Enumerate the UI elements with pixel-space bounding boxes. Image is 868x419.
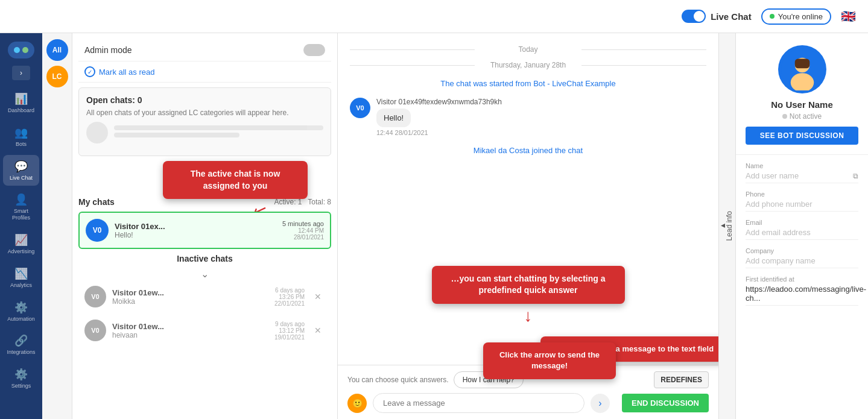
close-inactive-chat-2[interactable]: ✕ <box>311 324 325 336</box>
online-dot-icon <box>770 14 775 19</box>
active-chat-date: 28/01/2021 <box>282 234 324 241</box>
name-field-label: Name <box>746 162 858 169</box>
inactive-expand-button[interactable]: ⌄ <box>78 268 331 280</box>
email-field-value[interactable]: Add email address <box>746 228 858 240</box>
admin-mode-bar: Admin mode <box>78 39 331 61</box>
sidebar: All LC Admin mode ✓ Mark all as read Ope… <box>42 33 338 419</box>
message-input[interactable] <box>373 393 584 413</box>
end-discussion-button[interactable]: END DISCUSSION <box>622 394 709 412</box>
language-flag[interactable]: 🇬🇧 <box>841 9 856 24</box>
advertising-label: Advertising <box>8 248 35 255</box>
active-chat-info: Visitor 01ex... Hello! <box>115 222 276 239</box>
dashboard-icon: 📊 <box>14 92 28 106</box>
hello-message-bubble: Hello! <box>376 109 411 127</box>
advertising-icon: 📈 <box>14 233 28 247</box>
user-profile-section: No User Name Not active SEE BOT DISCUSSI… <box>736 33 868 155</box>
see-bot-discussion-button[interactable]: SEE BOT DISCUSSION <box>746 127 858 145</box>
inactive-chat-item-2[interactable]: V0 Visitor 01ew... heivaan 9 days ago 13… <box>78 313 331 347</box>
logo <box>6 39 36 60</box>
nav-toggle-button[interactable]: › <box>12 66 30 80</box>
close-inactive-chat-1[interactable]: ✕ <box>311 291 325 303</box>
company-field-value[interactable]: Add company name <box>746 256 858 268</box>
topbar-livechat-section: Live Chat <box>682 10 752 23</box>
admin-mode-toggle[interactable] <box>303 44 325 56</box>
livechat-label: Live Chat <box>10 175 33 181</box>
tab-all[interactable]: All <box>46 39 68 61</box>
active-count: Active: 1 <box>274 198 302 206</box>
mark-all-read-label: Mark all as read <box>99 68 154 77</box>
inactive-time-2: 13:12 PM <box>274 327 305 334</box>
livechat-toggle[interactable] <box>682 10 706 23</box>
placeholder-chat <box>86 117 323 148</box>
name-placeholder: Add user name <box>746 171 799 180</box>
phone-placeholder: Add phone number <box>746 200 813 209</box>
svg-point-5 <box>804 65 806 68</box>
profile-avatar <box>778 45 826 93</box>
sidebar-item-smart-profiles[interactable]: 👤 Smart Profiles <box>3 188 39 226</box>
mark-all-read-button[interactable]: ✓ Mark all as read <box>78 61 331 83</box>
inactive-chat-preview-1: Moikka <box>112 297 268 306</box>
chatting-tooltip-arrow: ↓ <box>432 306 625 326</box>
logo-dot1 <box>14 47 20 53</box>
inactive-time-ago-1: 6 days ago <box>274 287 305 294</box>
analytics-icon: 📉 <box>14 267 28 280</box>
inactive-avatar-1: V0 <box>84 286 106 307</box>
system-msg-bot-start: The chat was started from Bot - LiveChat… <box>350 77 706 90</box>
lead-info-tab-vertical[interactable]: ◂ Lead info <box>718 33 735 419</box>
profile-name: No User Name <box>771 99 833 110</box>
online-status-badge[interactable]: You're online <box>761 8 831 25</box>
sidebar-item-settings[interactable]: ⚙️ Settings <box>3 363 39 394</box>
open-chats-description: All open chats of your assigned LC categ… <box>86 109 323 117</box>
sidebar-item-livechat[interactable]: 💬 Live Chat <box>3 155 39 186</box>
tab-livechat[interactable]: LC <box>46 66 68 87</box>
name-field-value[interactable]: Add user name ⧉ <box>746 171 858 183</box>
inactive-time-ago-2: 9 days ago <box>274 321 305 327</box>
lead-info-section: Name Add user name ⧉ Phone Add phone num… <box>736 155 868 320</box>
right-panel-inner: No User Name Not active SEE BOT DISCUSSI… <box>736 33 868 419</box>
msg-time: 12:44 28/01/2021 <box>376 129 706 136</box>
sidebar-item-dashboard[interactable]: 📊 Dashboard <box>3 87 39 119</box>
identified-field-value: https://leadoo.com/messaging/live-ch... <box>746 285 858 306</box>
sidebar-item-automation[interactable]: ⚙️ Automation <box>3 296 39 327</box>
inactive-chat-item-1[interactable]: V0 Visitor 01ew... Moikka 6 days ago 13:… <box>78 280 331 313</box>
lead-field-phone: Phone Add phone number <box>746 191 858 212</box>
name-copy-icon[interactable]: ⧉ <box>853 172 858 180</box>
check-circle-icon: ✓ <box>84 66 95 77</box>
analytics-label: Analytics <box>10 282 32 289</box>
inactive-date-2: 19/01/2021 <box>274 334 305 341</box>
svg-rect-3 <box>794 59 809 69</box>
total-count: Total: 8 <box>308 198 331 206</box>
send-button[interactable]: › <box>591 394 610 413</box>
lead-info-tab-label: Lead info <box>725 211 733 241</box>
date-separator-full: Thursday, January 28th <box>350 61 706 69</box>
arrow-tooltip-text: Click the arrow to send the message! <box>499 350 600 370</box>
tab-all-label: All <box>52 46 62 54</box>
sidebar-item-integrations[interactable]: 🔗 Integrations <box>3 329 39 361</box>
email-field-label: Email <box>746 219 858 226</box>
visitor-name: Visitor 01ex49ftexdew9xnwmda73h9kh <box>376 98 706 106</box>
inactive-chat-info-1: Visitor 01ew... Moikka <box>112 288 268 306</box>
sidebar-item-bots[interactable]: 👥 Bots <box>3 121 39 153</box>
phone-field-value[interactable]: Add phone number <box>746 200 858 212</box>
placeholder-avatar <box>86 122 108 143</box>
identified-value: https://leadoo.com/messaging/live-ch... <box>746 285 866 303</box>
smart-profiles-label: Smart Profiles <box>5 208 37 221</box>
active-chat-preview: Hello! <box>115 231 276 239</box>
full-date-label: Thursday, January 28th <box>490 61 566 69</box>
active-chat-time-val: 12:44 PM <box>282 227 324 234</box>
lead-field-name: Name Add user name ⧉ <box>746 162 858 183</box>
lead-field-identified: First identified at https://leadoo.com/m… <box>746 276 858 306</box>
phone-field-label: Phone <box>746 191 858 198</box>
smart-profiles-icon: 👤 <box>14 193 28 206</box>
inactive-chat-time-1: 6 days ago 13:26 PM 22/01/2021 <box>274 287 305 307</box>
right-panel: No User Name Not active SEE BOT DISCUSSI… <box>735 33 868 419</box>
active-chat-item[interactable]: V0 Visitor 01ex... Hello! 5 minutes ago … <box>78 212 331 249</box>
sidebar-item-advertising[interactable]: 📈 Advertising <box>3 228 39 260</box>
settings-icon: ⚙️ <box>14 368 28 381</box>
main-layout: › 📊 Dashboard 👥 Bots 💬 Live Chat 👤 Smart… <box>0 33 868 419</box>
sidebar-item-analytics[interactable]: 📉 Analytics <box>3 262 39 294</box>
redefines-button[interactable]: REDEFINES <box>654 371 709 388</box>
inactive-chat-name-1: Visitor 01ew... <box>112 288 268 297</box>
date-separator-today: Today <box>350 45 706 54</box>
integrations-icon: 🔗 <box>14 334 28 347</box>
